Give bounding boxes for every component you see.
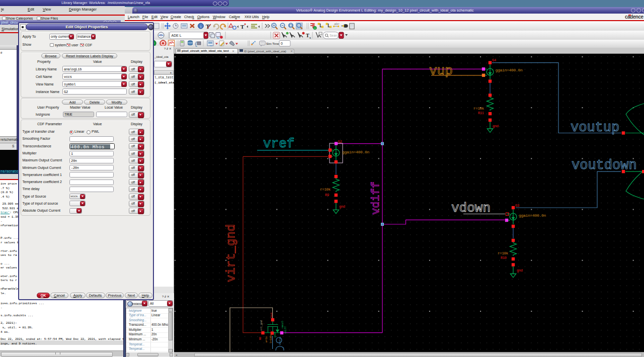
svg-text:r=10k: r=10k: [473, 107, 485, 111]
svg-text:gnd!: gnd!: [274, 331, 277, 337]
svg-text:ggain=400.0n: ggain=400.0n: [519, 213, 546, 218]
svg-text:G3: G3: [515, 204, 519, 208]
svg-text:vdiff: vdiff: [284, 326, 287, 334]
svg-text:vdown: vdown: [451, 201, 491, 216]
svg-text:ggain=400.0n: ggain=400.0n: [342, 150, 370, 154]
svg-text:vref: vref: [263, 136, 294, 151]
svg-text:gnd: gnd: [339, 205, 345, 209]
svg-text:abc: abc: [334, 22, 340, 26]
svg-text:M0: M0: [259, 337, 262, 340]
svg-text:virt_gnd: virt_gnd: [224, 224, 238, 282]
svg-text:r=10k: r=10k: [498, 251, 509, 255]
svg-text:w=3u: w=3u: [265, 336, 268, 342]
svg-text:↓: ↓: [314, 27, 316, 30]
svg-text:G4: G4: [492, 58, 496, 62]
svg-text:R11: R11: [478, 111, 484, 115]
svg-text:vrt_gnd: vrt_gnd: [260, 320, 263, 331]
svg-text:ggain=400.0n: ggain=400.0n: [496, 68, 523, 72]
svg-text:T: T: [306, 33, 309, 38]
svg-text:vout: vout: [270, 312, 273, 318]
svg-text:voutdown: voutdown: [572, 158, 637, 173]
svg-text:vdstac: vdstac: [279, 336, 282, 345]
svg-text:G2: G2: [338, 140, 342, 144]
svg-text:gnd: gnd: [517, 269, 523, 273]
svg-text:s: s: [309, 36, 311, 39]
svg-text:0: 0: [281, 42, 283, 45]
svg-text:voutup: voutup: [571, 120, 619, 135]
svg-text:T: T: [240, 24, 245, 30]
svg-text:vup: vup: [429, 63, 453, 78]
svg-text:Sim Time: Sim Time: [266, 42, 279, 45]
svg-text:R9: R9: [325, 193, 329, 197]
svg-text:ADE L: ADE L: [172, 34, 182, 37]
svg-text:r=10k: r=10k: [320, 188, 331, 192]
svg-text:l=180n: l=180n: [270, 334, 273, 343]
svg-text:R10: R10: [501, 256, 507, 260]
svg-text:vdiff: vdiff: [370, 182, 382, 215]
svg-text:gnd: gnd: [493, 124, 499, 128]
svg-text:Search: Search: [330, 34, 340, 37]
